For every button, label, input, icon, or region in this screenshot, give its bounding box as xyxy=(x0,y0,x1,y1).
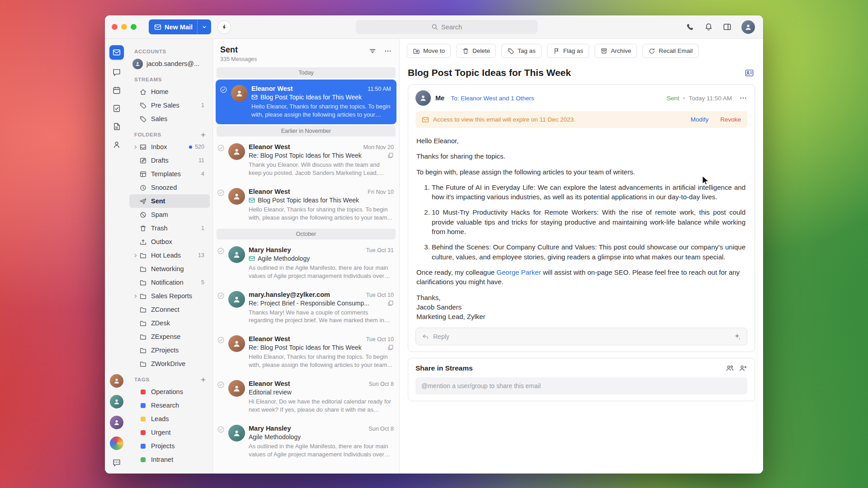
chevron-right-icon[interactable] xyxy=(132,294,139,299)
delete-button[interactable]: Delete xyxy=(456,44,496,58)
rail-notes-icon[interactable] xyxy=(111,121,122,132)
contact-avatar[interactable] xyxy=(110,416,123,429)
email-list-item[interactable]: Eleanor West Mon Nov 20 Re: Blog Post To… xyxy=(213,138,399,183)
sidebar-item-zconnect[interactable]: ZConnect xyxy=(129,303,210,316)
sidebar-item-notification[interactable]: Notification 5 xyxy=(129,276,210,289)
user-avatar[interactable] xyxy=(741,20,755,34)
share-mention-input[interactable] xyxy=(415,377,747,394)
email-list-item[interactable]: Mary Hansley Tue Oct 31 Agile Methodolog… xyxy=(213,241,399,286)
sidebar-tag-research[interactable]: Research xyxy=(129,399,210,412)
avatar xyxy=(228,188,245,205)
sidebar-item-zdesk[interactable]: ZDesk xyxy=(129,316,210,330)
chevron-right-icon[interactable] xyxy=(132,253,139,258)
recipients-link[interactable]: To: Eleanor West and 1 Others xyxy=(451,95,534,102)
read-status-icon[interactable] xyxy=(217,380,225,414)
read-status-icon[interactable] xyxy=(217,291,225,325)
sidebar-tag-operations[interactable]: Operations xyxy=(129,385,210,399)
folder-label: ZConnect xyxy=(151,306,204,313)
phone-icon[interactable] xyxy=(686,23,694,31)
contact-avatar[interactable] xyxy=(110,395,123,408)
read-status-icon[interactable] xyxy=(217,335,225,369)
sidebar-item-sent[interactable]: Sent xyxy=(129,194,210,208)
sidebar-tag-projects[interactable]: Projects xyxy=(129,439,210,453)
rail-tasks-icon[interactable] xyxy=(111,103,122,114)
sidebar-item-spam[interactable]: Spam xyxy=(129,208,210,221)
new-mail-dropdown-button[interactable] xyxy=(198,24,211,30)
read-status-icon[interactable] xyxy=(220,85,227,119)
sidebar-item-inbox[interactable]: Inbox 520 xyxy=(129,140,210,154)
email-list-item[interactable]: Eleanor West Fri Nov 10 Blog Post Topic … xyxy=(213,183,399,227)
share-group-icon[interactable] xyxy=(726,364,734,372)
sidebar-item-zexpense[interactable]: ZExpense xyxy=(129,330,210,343)
email-sender: Eleanor West xyxy=(249,380,365,387)
sidebar-item-sales-reports[interactable]: Sales Reports xyxy=(129,289,210,303)
email-list-item[interactable]: Eleanor West Tue Oct 10 Re: Blog Post To… xyxy=(213,330,399,375)
move-to-button[interactable]: Move to xyxy=(407,44,451,58)
sidebar-item-templates[interactable]: Templates 4 xyxy=(129,167,210,181)
sidebar-item-home[interactable]: Home xyxy=(129,85,210,99)
sidebar-item-networking[interactable]: Networking xyxy=(129,262,210,276)
zoom-window-button[interactable] xyxy=(131,24,137,30)
feedback-chat-icon[interactable] xyxy=(111,457,122,468)
email-preview: As outlined in the Agile Manifesto, ther… xyxy=(249,442,394,459)
add-folder-button[interactable] xyxy=(200,132,206,138)
sidebar-item-sales[interactable]: Sales xyxy=(129,112,210,126)
tag-as-button[interactable]: Tag as xyxy=(501,44,542,58)
email-list-item[interactable]: Eleanor West Sun Oct 8 Editorial review … xyxy=(213,375,399,419)
reading-pane-toggle-icon[interactable] xyxy=(723,23,731,31)
sidebar-item-zworkdrive[interactable]: ZWorkDrive xyxy=(129,357,210,371)
sidebar-item-trash[interactable]: Trash 1 xyxy=(129,221,210,235)
list-more-icon[interactable] xyxy=(384,47,392,55)
read-status-icon[interactable] xyxy=(217,188,225,222)
contact-avatar[interactable] xyxy=(110,374,123,388)
conversation-icon xyxy=(387,300,394,306)
notifications-bell-icon[interactable] xyxy=(704,23,713,31)
email-list-item[interactable]: Mary Hansley Sun Oct 8 Agile Methodology… xyxy=(213,419,399,464)
closing-text: Once ready, my colleague xyxy=(416,268,495,276)
read-status-icon[interactable] xyxy=(217,246,225,280)
reply-input[interactable]: Reply xyxy=(415,328,747,345)
search-input[interactable]: Search xyxy=(356,20,538,34)
modify-link[interactable]: Modify xyxy=(690,116,708,123)
minimize-window-button[interactable] xyxy=(121,24,127,30)
quick-actions-button[interactable] xyxy=(217,20,231,34)
revoke-link[interactable]: Revoke xyxy=(720,116,741,123)
sidebar-tag-leads[interactable]: Leads xyxy=(129,412,210,426)
filter-icon[interactable] xyxy=(368,47,377,55)
email-preview: Thank you Eleanor. Will discuss with the… xyxy=(249,161,394,177)
sidebar-tag-intranet[interactable]: Intranet xyxy=(129,453,210,466)
email-list-item[interactable]: Eleanor West 11:50 AM Blog Post Topic Id… xyxy=(216,80,396,124)
read-status-icon[interactable] xyxy=(217,425,225,459)
sidebar-item-drafts[interactable]: Drafts 11 xyxy=(129,154,210,167)
zia-sparkle-icon[interactable] xyxy=(733,333,741,340)
george-parker-link[interactable]: George Parker xyxy=(496,268,541,276)
email-list-item[interactable]: mary.hansley@zylker.com Tue Oct 10 Re: P… xyxy=(213,286,399,330)
chevron-right-icon[interactable] xyxy=(132,145,139,150)
read-status-icon[interactable] xyxy=(217,143,225,177)
message-more-icon[interactable] xyxy=(739,94,747,102)
close-window-button[interactable] xyxy=(112,24,118,30)
window-titlebar: New Mail Search xyxy=(105,15,763,39)
rail-contacts-icon[interactable] xyxy=(111,139,122,150)
account-item[interactable]: jacob.sanders@... xyxy=(129,57,210,70)
share-person-add-icon[interactable] xyxy=(739,364,747,372)
rail-streams-chat-icon[interactable] xyxy=(111,67,122,78)
sidebar-item-pre-sales[interactable]: Pre Sales 1 xyxy=(129,99,210,112)
add-tag-button[interactable] xyxy=(200,377,206,383)
folder-count: 5 xyxy=(201,279,204,286)
button-label: Tag as xyxy=(518,47,536,54)
rail-calendar-icon[interactable] xyxy=(111,85,122,96)
group-avatar[interactable] xyxy=(110,436,123,450)
sidebar-item-hot-leads[interactable]: Hot Leads 13 xyxy=(129,249,210,262)
sidebar-item-snoozed[interactable]: Snoozed xyxy=(129,181,210,194)
contact-details-icon[interactable] xyxy=(745,68,754,78)
archive-button[interactable]: Archive xyxy=(594,44,637,58)
flag-as-button[interactable]: Flag as xyxy=(547,44,589,58)
sidebar-tag-urgent[interactable]: Urgent xyxy=(129,426,210,439)
rail-mail-icon[interactable] xyxy=(109,45,124,60)
recall-email-button[interactable]: Recall Email xyxy=(642,44,698,58)
new-mail-button[interactable]: New Mail xyxy=(149,19,211,34)
email-subject: Blog Post Topic Ideas for This Week xyxy=(258,197,394,204)
sidebar-item-outbox[interactable]: Outbox xyxy=(129,235,210,249)
sidebar-item-zprojects[interactable]: ZProjects xyxy=(129,343,210,357)
